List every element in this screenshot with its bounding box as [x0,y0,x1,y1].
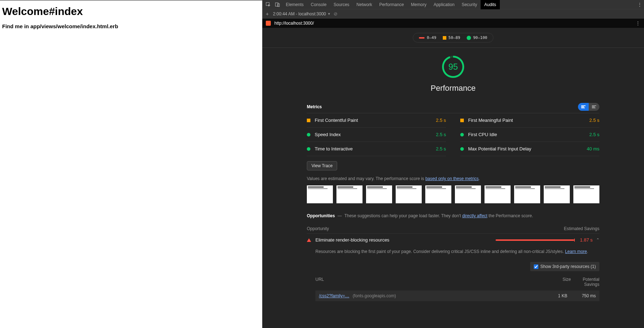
estimate-note: Values are estimated and may vary. The p… [307,176,599,181]
resource-row: /css2?family=… (fonts.googleapis.com) 1 … [315,290,599,301]
metric-name: First Meaningful Paint [468,118,589,123]
resource-size: 1 KB [542,293,567,298]
performance-gauge: 95 [442,56,464,78]
savings-col-header: Potential Savings [571,277,599,287]
tab-security[interactable]: Security [458,0,481,9]
metric-row: Max Potential First Input Delay40 ms [460,142,599,156]
filmstrip-thumb[interactable] [307,185,333,203]
filmstrip-thumb[interactable] [425,185,451,203]
tab-performance[interactable]: Performance [376,0,407,9]
view-toggle-concise[interactable] [578,103,589,111]
metric-value: 2.5 s [436,132,446,137]
metric-indicator-icon [307,119,310,122]
metric-value: 40 ms [587,146,599,151]
metric-indicator-icon [307,133,310,136]
devtools-menu-icon[interactable]: ⋮ [637,2,643,8]
metric-indicator-icon [460,133,464,136]
legend-fail-icon [419,37,425,39]
size-col-header: Size [546,277,571,287]
tab-audits[interactable]: Audits [481,0,500,9]
opportunities-heading: Opportunities [307,213,335,218]
devtools-tab-bar: ElementsConsoleSourcesNetworkPerformance… [262,0,644,9]
devtools-panel: ElementsConsoleSourcesNetworkPerformance… [262,0,644,328]
tab-console[interactable]: Console [307,0,330,9]
url-col-header: URL [315,277,546,287]
third-party-label: Show 3rd-party resources (1) [541,264,596,269]
view-trace-button[interactable]: View Trace [307,161,337,170]
chevron-up-icon[interactable]: ⌃ [596,238,599,242]
savings-bar [496,239,574,241]
metric-row: First CPU Idle2.5 s [460,128,599,142]
legend-low: 0–49 [427,35,436,40]
metric-value: 2.5 s [436,118,446,123]
filmstrip-thumb[interactable] [544,185,570,203]
audit-dropdown[interactable]: 2:00:44 AM - localhost:3000 ▼ [273,11,331,16]
filmstrip-thumb[interactable] [336,185,362,203]
clear-icon[interactable]: ⊘ [334,11,338,16]
legend-average-icon [443,36,446,40]
metric-name: First CPU Idle [468,132,589,137]
savings-col-header: Estimated Savings [564,226,599,231]
filmstrip-thumb[interactable] [455,185,481,203]
warning-triangle-icon [307,238,311,242]
metric-name: Time to Interactive [315,146,436,151]
chevron-down-icon: ▼ [328,12,331,16]
tab-elements[interactable]: Elements [282,0,307,9]
tab-sources[interactable]: Sources [330,0,353,9]
metric-name: Max Potential First Input Delay [468,146,587,151]
legend-mid: 50–89 [448,35,460,40]
metric-indicator-icon [307,147,310,151]
metrics-info-link[interactable]: based only on these metrics [425,176,478,181]
page-heading: Welcome#index [2,5,260,18]
audit-url: http://localhost:3000/ [274,21,314,26]
filmstrip-thumb[interactable] [514,185,540,203]
metric-name: Speed Index [315,132,436,137]
filmstrip [307,185,599,203]
page-body-text: Find me in app/views/welcome/index.html.… [2,23,260,29]
opportunity-name: Eliminate render-blocking resources [315,237,496,243]
metric-value: 2.5 s [436,146,446,151]
opportunity-row[interactable]: Eliminate render-blocking resources 1.87… [307,233,599,246]
report-menu-icon[interactable]: ⋮ [635,20,640,26]
tab-network[interactable]: Network [353,0,376,9]
opportunity-col-header: Opportunity [307,226,329,231]
opportunity-value: 1.87 s [578,237,593,243]
device-toggle-icon[interactable] [275,2,280,7]
metric-row: Time to Interactive2.5 s [307,142,446,156]
filmstrip-thumb[interactable] [573,185,599,203]
resource-savings: 750 ms [567,293,596,298]
new-audit-icon[interactable]: + [264,11,270,17]
opportunity-description: Resources are blocking the first paint o… [315,248,599,255]
third-party-toggle[interactable]: Show 3rd-party resources (1) [530,262,599,271]
resource-host: (fonts.googleapis.com) [353,293,396,298]
audit-url-bar: http://localhost:3000/ ⋮ [262,19,644,28]
tab-memory[interactable]: Memory [407,0,430,9]
filmstrip-thumb[interactable] [366,185,392,203]
page-preview: Welcome#index Find me in app/views/welco… [0,0,262,328]
directly-affect-link[interactable]: directly affect [462,213,487,218]
lighthouse-icon [266,21,271,26]
tab-application[interactable]: Application [430,0,458,9]
lighthouse-report[interactable]: 0–49 50–89 90–100 95 Performance Metrics… [262,28,644,328]
resource-table-header: URL Size Potential Savings [315,277,599,287]
metric-indicator-icon [460,119,464,122]
svg-rect-1 [275,3,278,6]
metric-indicator-icon [460,147,464,151]
performance-score: 95 [448,62,458,72]
learn-more-link[interactable]: Learn more [565,249,587,254]
inspect-icon[interactable] [266,2,271,7]
third-party-checkbox[interactable] [534,264,538,269]
score-legend: 0–49 50–89 90–100 [262,28,644,48]
filmstrip-thumb[interactable] [485,185,511,203]
legend-high: 90–100 [473,35,487,40]
metrics-heading: Metrics [307,104,322,109]
resource-link[interactable]: /css2?family=… [319,293,349,298]
metric-row: Speed Index2.5 s [307,128,446,142]
gauge-title: Performance [307,84,599,93]
metric-name: First Contentful Paint [315,118,436,123]
metrics-view-toggle [578,103,599,111]
metric-value: 2.5 s [589,132,599,137]
filmstrip-thumb[interactable] [396,185,422,203]
view-toggle-expanded[interactable] [589,103,599,111]
audits-toolbar: + 2:00:44 AM - localhost:3000 ▼ ⊘ [262,9,644,19]
